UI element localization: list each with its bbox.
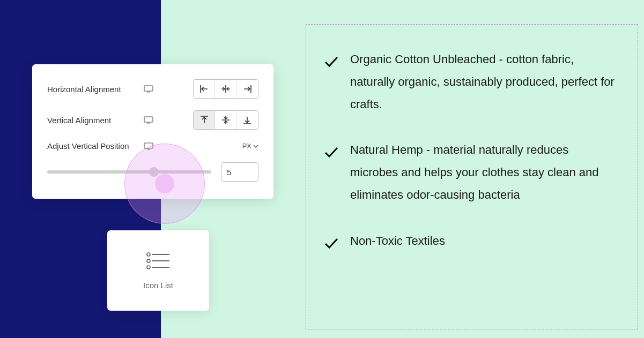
adjust-vertical-position-row: Adjust Vertical Position PX — [47, 141, 258, 151]
vertical-alignment-row: Vertical Alignment — [47, 110, 258, 130]
align-right-button[interactable] — [236, 80, 258, 98]
list-item-text: Organic Cotton Unbleached - cotton fabri… — [350, 48, 619, 115]
check-icon — [324, 234, 338, 257]
align-top-button[interactable] — [194, 111, 215, 129]
svg-rect-1 — [147, 92, 150, 93]
chevron-down-icon — [253, 145, 258, 148]
svg-rect-18 — [144, 143, 153, 148]
svg-rect-9 — [144, 117, 153, 122]
responsive-device-icon[interactable] — [144, 116, 153, 124]
check-icon — [324, 143, 338, 166]
slider-thumb[interactable] — [149, 167, 159, 177]
list-item: Non-Toxic Textiles — [324, 230, 619, 257]
check-icon — [324, 52, 338, 75]
svg-point-24 — [147, 266, 150, 269]
icon-list-widget-card[interactable]: Icon List — [107, 230, 209, 311]
svg-point-20 — [147, 253, 150, 256]
svg-rect-0 — [144, 86, 153, 91]
horizontal-alignment-buttons — [193, 79, 258, 99]
svg-rect-19 — [147, 149, 150, 150]
icon-list-preview[interactable]: Organic Cotton Unbleached - cotton fabri… — [306, 24, 638, 329]
svg-point-22 — [147, 259, 150, 262]
horizontal-alignment-label: Horizontal Alignment — [47, 85, 144, 94]
slider-track[interactable] — [47, 170, 211, 174]
icon-list-icon — [146, 252, 171, 270]
slider-value-text: 5 — [227, 168, 231, 177]
unit-label: PX — [242, 142, 251, 150]
unit-select[interactable]: PX — [242, 142, 258, 150]
list-item-text: Non-Toxic Textiles — [350, 230, 619, 252]
list-item-text: Natural Hemp - material naturally reduce… — [350, 139, 619, 206]
vertical-alignment-buttons — [193, 110, 258, 130]
responsive-device-icon[interactable] — [144, 85, 153, 93]
vertical-alignment-label: Vertical Alignment — [47, 116, 144, 125]
settings-panel: Horizontal Alignment Vertical Alignment — [32, 64, 273, 199]
slider-row: 5 — [47, 162, 258, 182]
responsive-device-icon[interactable] — [144, 142, 153, 150]
horizontal-alignment-row: Horizontal Alignment — [47, 79, 258, 99]
svg-rect-10 — [147, 123, 150, 124]
align-center-button[interactable] — [215, 80, 236, 98]
align-left-button[interactable] — [194, 80, 215, 98]
widget-card-label: Icon List — [143, 281, 173, 290]
adjust-vertical-position-label: Adjust Vertical Position — [47, 141, 144, 151]
list-item: Natural Hemp - material naturally reduce… — [324, 139, 619, 206]
align-bottom-button[interactable] — [236, 111, 258, 129]
align-middle-button[interactable] — [215, 111, 236, 129]
slider-value-input[interactable]: 5 — [221, 162, 258, 182]
list-item: Organic Cotton Unbleached - cotton fabri… — [324, 48, 619, 115]
